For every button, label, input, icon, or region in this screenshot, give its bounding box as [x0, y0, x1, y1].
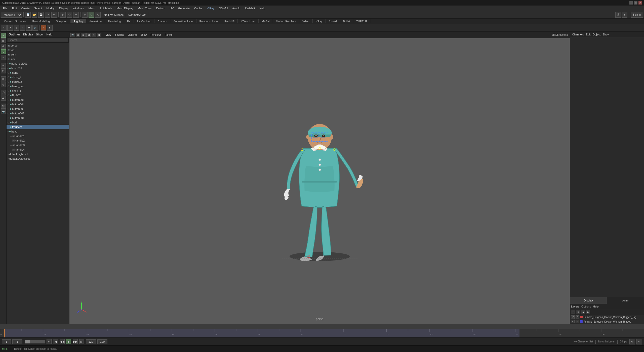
tab-vray[interactable]: VRay: [313, 19, 326, 23]
viewport-smooth-btn[interactable]: ◉: [81, 33, 86, 37]
redo-button[interactable]: ↪: [51, 12, 57, 18]
outliner-item-top[interactable]: 📷top: [7, 48, 69, 52]
menu-file[interactable]: File: [1, 6, 10, 10]
tab-poly-modeling[interactable]: Poly Modeling: [29, 19, 53, 23]
shelf-mirror-skin-button[interactable]: ⇌: [26, 25, 32, 31]
tab-mash[interactable]: MASH: [259, 19, 273, 23]
scale-tool-icon[interactable]: ⤡: [1, 55, 6, 60]
viewport-shading-menu[interactable]: Shading: [113, 33, 126, 37]
layer-type-mesh[interactable]: P: [576, 320, 579, 323]
end-frame-input[interactable]: [86, 339, 96, 344]
layer-type-rig[interactable]: P: [576, 315, 579, 319]
mirror-icon[interactable]: ⇌: [1, 96, 6, 101]
render-button[interactable]: 🎬: [615, 12, 621, 18]
outliner-item-head[interactable]: ▾◆head: [7, 129, 69, 134]
outliner-item-button003[interactable]: ⬡◆button003: [7, 107, 69, 111]
timeline-canvas[interactable]: [0, 329, 644, 337]
outliner-item-ikHandle2[interactable]: —ikHandle2: [7, 138, 69, 143]
menu-arnold[interactable]: Arnold: [230, 6, 242, 10]
scale-tool-button[interactable]: ⤡: [95, 12, 101, 18]
tab-sculpting[interactable]: Sculpting: [53, 19, 71, 23]
outliner-item-ikHandle4[interactable]: —ikHandle4: [7, 147, 69, 152]
shelf-joint-button[interactable]: ⚬: [1, 25, 7, 31]
outliner-item-button001[interactable]: ⬡◆button001: [7, 116, 69, 120]
tab-polygons-user[interactable]: Polygons_User: [196, 19, 222, 23]
module-selector[interactable]: Modeling Rigging Animation: [1, 12, 22, 18]
viewport-texture-btn[interactable]: 🖼: [86, 33, 91, 37]
viewport-cam-icon[interactable]: 📷: [70, 33, 75, 37]
viewport-lighting-menu[interactable]: Lighting: [126, 33, 138, 37]
select-tool-icon[interactable]: ↖: [1, 33, 6, 38]
rotate-tool-icon[interactable]: ↻: [1, 49, 6, 54]
outliner-item-side[interactable]: 📷side: [7, 57, 69, 61]
help-sub-tab[interactable]: Help: [593, 305, 599, 308]
channels-tab[interactable]: Channels: [572, 33, 584, 36]
snap-grid-icon[interactable]: ⊞: [1, 76, 6, 81]
tab-xgen-user[interactable]: XGen_User: [238, 19, 258, 23]
show-tab[interactable]: Show: [602, 33, 610, 36]
tab-fx[interactable]: FX: [124, 19, 134, 23]
shelf-set-key-button[interactable]: K: [41, 25, 46, 31]
tab-motion-graphics[interactable]: Motion Graphics: [273, 19, 299, 23]
move-tool-icon[interactable]: ✛: [1, 44, 6, 49]
shelf-playblast-button[interactable]: ▶: [47, 25, 53, 31]
outliner-item-defaultObjectSet[interactable]: ○defaultObjectSet: [7, 156, 69, 161]
render-icon[interactable]: 🎬: [1, 104, 6, 109]
anim-mode-tab[interactable]: Anim: [607, 297, 644, 304]
tab-animation[interactable]: Animation: [86, 19, 105, 23]
menu-uv[interactable]: UV: [168, 6, 176, 10]
viewport-view-menu[interactable]: View: [104, 33, 113, 37]
mel-mode-label[interactable]: MEL: [2, 347, 8, 350]
outliner-item-button004[interactable]: ⬡◆button004: [7, 102, 69, 107]
lasso-select-button[interactable]: ⬡: [67, 12, 72, 18]
display-mode-tab[interactable]: Display: [570, 297, 607, 304]
menu-modify[interactable]: Modify: [44, 6, 56, 10]
menu-create[interactable]: Create: [19, 6, 32, 10]
object-tab[interactable]: Object: [592, 33, 600, 36]
maximize-button[interactable]: □: [634, 1, 637, 5]
menu-generate[interactable]: Generate: [176, 6, 192, 10]
close-button[interactable]: ✕: [638, 1, 642, 5]
camera-icon[interactable]: 📷: [1, 109, 6, 114]
move-tool-button[interactable]: ✛: [82, 12, 88, 18]
undo-button[interactable]: ↩: [45, 12, 50, 18]
outliner-item-hand001[interactable]: ▸◆hand001: [7, 66, 69, 70]
go-end-button[interactable]: ⏭: [79, 339, 84, 344]
soft-select-icon[interactable]: ◯: [1, 90, 6, 95]
fps-settings-button[interactable]: ⚙: [629, 339, 635, 344]
menu-deform[interactable]: Deform: [154, 6, 167, 10]
outliner-item-bodi002[interactable]: ⬡◆bodi002: [7, 79, 69, 84]
outliner-item-shoe_2[interactable]: ⬡◆shoe_2: [7, 75, 69, 79]
tab-fx-caching[interactable]: FX Caching: [134, 19, 154, 23]
next-layer-button[interactable]: ▶: [586, 310, 590, 314]
ipr-button[interactable]: ▶: [622, 12, 627, 18]
menu-cache[interactable]: Cache: [192, 6, 204, 10]
shelf-ik-button[interactable]: ↗: [7, 25, 13, 31]
sign-in-button[interactable]: Sign In: [631, 12, 643, 18]
menu-redshift[interactable]: Redshift: [243, 6, 257, 10]
show-hide-icon[interactable]: 👁: [1, 63, 6, 68]
play-back-button[interactable]: ◀◀: [60, 339, 65, 344]
paint-select-icon[interactable]: ◉: [1, 38, 6, 43]
select-mode-button[interactable]: ◈: [60, 12, 66, 18]
menu-edit[interactable]: Edit: [10, 6, 19, 10]
outliner-item-bodi[interactable]: ⬡◆bodi: [7, 120, 69, 125]
outliner-show-menu[interactable]: Show: [36, 33, 43, 36]
outliner-item-defaultLightSet[interactable]: ○defaultLightSet: [7, 152, 69, 156]
outliner-item-button005[interactable]: ⬡◆button005: [7, 98, 69, 102]
outliner-item-persp[interactable]: 📷persp: [7, 43, 69, 48]
save-scene-button[interactable]: 💾: [38, 12, 44, 18]
step-back-button[interactable]: ◀: [53, 339, 58, 344]
tab-custom[interactable]: Custom: [154, 19, 170, 23]
play-forward-button[interactable]: ▶: [66, 339, 71, 344]
options-sub-tab[interactable]: Options: [581, 305, 591, 308]
outliner-item-shoe_1[interactable]: ⬡◆shoe_1: [7, 89, 69, 93]
outliner-item-button002[interactable]: ⬡◆button002: [7, 111, 69, 116]
minimize-button[interactable]: ─: [629, 1, 633, 5]
tab-turtle[interactable]: TURTLE: [353, 19, 370, 23]
outliner-item-Blp002[interactable]: ⬡◆Blp002: [7, 93, 69, 98]
outliner-display-menu[interactable]: Display: [23, 33, 33, 36]
tab-curves-surfaces[interactable]: Curves / Surfaces: [1, 19, 29, 23]
layer-vis-rig[interactable]: V: [571, 315, 575, 319]
edit-tab[interactable]: Edit: [586, 33, 590, 36]
